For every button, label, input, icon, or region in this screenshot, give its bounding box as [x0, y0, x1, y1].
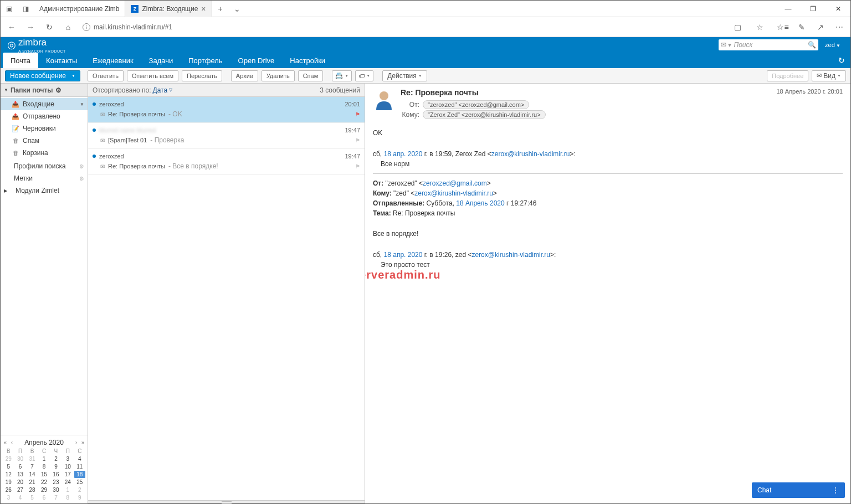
cal-day[interactable]: 8: [62, 494, 73, 501]
tag-menu[interactable]: 🏷: [355, 70, 373, 81]
cal-day[interactable]: 14: [27, 471, 38, 478]
gear-icon[interactable]: ⚙: [79, 163, 84, 169]
cal-day[interactable]: 3: [62, 455, 73, 462]
gear-icon[interactable]: ⚙: [79, 176, 84, 182]
sys-tab-icon[interactable]: ▣: [1, 1, 17, 17]
refresh-button[interactable]: ↻: [40, 18, 58, 36]
tab-mail[interactable]: Почта: [3, 53, 38, 68]
flag-icon[interactable]: ⚑: [355, 163, 360, 169]
browser-tab-admin[interactable]: Администрирование Zimb: [34, 1, 125, 17]
folder-drafts[interactable]: 📝Черновики: [1, 122, 88, 135]
cal-day[interactable]: 26: [3, 486, 14, 493]
cal-day[interactable]: 9: [50, 463, 61, 470]
zimlets-section[interactable]: ▶ Модули Zimlet: [1, 184, 88, 197]
cal-day[interactable]: 11: [74, 463, 85, 470]
list-header[interactable]: Отсортировано по: Дата ▽ 3 сообщений: [88, 84, 365, 97]
mini-calendar[interactable]: « ‹ Апрель 2020 › » ВПВСЧПС2930311234567…: [1, 435, 88, 503]
settings-icon[interactable]: ⋯: [831, 18, 848, 36]
close-tab-icon[interactable]: ×: [201, 4, 206, 13]
cal-day[interactable]: 23: [50, 479, 61, 486]
cal-day[interactable]: 31: [27, 455, 38, 462]
search-icon[interactable]: 🔍: [808, 41, 816, 49]
cal-day[interactable]: 4: [74, 455, 85, 462]
cal-day[interactable]: 22: [38, 479, 49, 486]
email-link[interactable]: zerox@kirushin-vladimir.ru: [414, 189, 493, 197]
cal-day[interactable]: 28: [27, 486, 38, 493]
email-link[interactable]: zerox@kirushin-vladimir.ru: [491, 150, 570, 158]
search-input[interactable]: ✉ ▾ Поиск 🔍: [719, 39, 818, 50]
tab-preferences[interactable]: Настройки: [282, 53, 333, 68]
cal-day[interactable]: 18: [74, 471, 85, 478]
cal-day[interactable]: 8: [38, 463, 49, 470]
zimbra-logo[interactable]: ◎ zimbra A SYNACOR PRODUCT: [7, 37, 66, 53]
cal-day[interactable]: 9: [74, 494, 85, 501]
cal-prev-month[interactable]: ‹: [10, 440, 14, 445]
cal-day[interactable]: 27: [14, 486, 25, 493]
cal-day[interactable]: 21: [27, 479, 38, 486]
actions-menu[interactable]: Действия: [382, 70, 427, 81]
folder-spam[interactable]: 🗑Спам: [1, 135, 88, 147]
refresh-mail-icon[interactable]: ↻: [833, 53, 850, 68]
tab-briefcase[interactable]: Портфель: [181, 53, 230, 68]
folder-trash[interactable]: 🗑Корзина: [1, 147, 88, 159]
email-link[interactable]: zerox@kirushin-vladimir.ru: [471, 251, 550, 259]
horizontal-splitter[interactable]: [88, 500, 365, 503]
cal-day[interactable]: 30: [50, 486, 61, 493]
flag-icon[interactable]: ⚑: [355, 137, 360, 143]
tab-calendar[interactable]: Ежедневник: [85, 53, 141, 68]
folder-sent[interactable]: 📤Отправлено: [1, 110, 88, 122]
forward-button[interactable]: →: [22, 18, 39, 36]
message-thread[interactable]: zeroxzed19:47✉Re: Проверка почты - Все в…: [88, 149, 365, 175]
cal-day[interactable]: 17: [62, 471, 73, 478]
chat-menu-icon[interactable]: ⋮: [832, 486, 839, 495]
message-thread[interactable]: zeroxzed20:01✉Re: Проверка почты - OK⚑: [88, 97, 365, 123]
forward-button[interactable]: Переслать: [182, 70, 222, 81]
tab-opendrive[interactable]: Open Drive: [230, 53, 283, 68]
cal-day[interactable]: 2: [50, 455, 61, 462]
favorites-bar-icon[interactable]: ☆≡: [774, 18, 792, 36]
site-info-icon[interactable]: i: [83, 23, 90, 31]
cal-day[interactable]: 5: [27, 494, 38, 501]
sort-field[interactable]: Дата: [153, 86, 168, 94]
cal-day[interactable]: 24: [62, 479, 73, 486]
cal-next-month[interactable]: ›: [74, 440, 78, 445]
folders-header[interactable]: ▼Папки почты⚙: [1, 84, 88, 97]
cal-day[interactable]: 4: [14, 494, 25, 501]
cal-day[interactable]: 5: [3, 463, 14, 470]
browser-tab-zimbra[interactable]: Z Zimbra: Входящие ×: [125, 1, 212, 17]
home-button[interactable]: ⌂: [59, 18, 77, 36]
delete-button[interactable]: Удалить: [262, 70, 295, 81]
favorite-icon[interactable]: ☆: [751, 18, 768, 36]
search-profiles[interactable]: Профили поиска⚙: [7, 160, 88, 172]
tab-contacts[interactable]: Контакты: [38, 53, 85, 68]
maximize-button[interactable]: ❐: [801, 1, 826, 17]
reading-view-icon[interactable]: ▢: [729, 18, 746, 36]
tags-section[interactable]: Метки⚙: [7, 172, 88, 184]
cal-prev-year[interactable]: «: [3, 440, 8, 445]
from-pill[interactable]: "zeroxzed" <zeroxzed@gmail.com>: [423, 100, 529, 109]
close-window-button[interactable]: ✕: [826, 1, 850, 17]
cal-day[interactable]: 2: [74, 486, 85, 493]
notes-icon[interactable]: ✎: [793, 18, 811, 36]
cal-day[interactable]: 10: [62, 463, 73, 470]
cal-day[interactable]: 6: [14, 463, 25, 470]
cal-day[interactable]: 30: [14, 455, 25, 462]
tab-menu-button[interactable]: ⌄: [229, 1, 245, 17]
cal-day[interactable]: 13: [14, 471, 25, 478]
reply-button[interactable]: Ответить: [88, 70, 124, 81]
cal-day[interactable]: 15: [38, 471, 49, 478]
message-thread[interactable]: blurred name blurred19:47✉[Spam]Test 01 …: [88, 123, 365, 149]
cal-day[interactable]: 7: [50, 494, 61, 501]
cal-day[interactable]: 12: [3, 471, 14, 478]
cal-day[interactable]: 1: [62, 486, 73, 493]
folder-inbox[interactable]: 📥Входящие▼: [1, 98, 88, 110]
cal-day[interactable]: 25: [74, 479, 85, 486]
cal-day[interactable]: 19: [3, 479, 14, 486]
address-bar[interactable]: i mail.kirushin-vladimir.ru/#1: [78, 19, 723, 35]
tab-tasks[interactable]: Задачи: [141, 53, 181, 68]
cal-day[interactable]: 20: [14, 479, 25, 486]
flag-icon[interactable]: ⚑: [355, 111, 360, 117]
cal-next-year[interactable]: »: [80, 440, 85, 445]
cal-day[interactable]: 29: [3, 455, 14, 462]
cal-day[interactable]: 7: [27, 463, 38, 470]
